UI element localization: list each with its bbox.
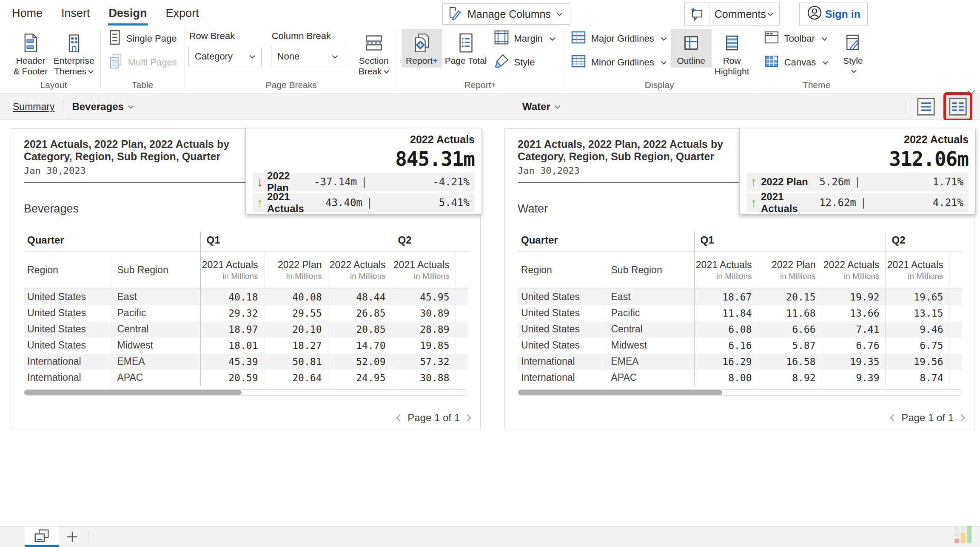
tab-home[interactable]: Home bbox=[12, 0, 43, 26]
theme-style-button[interactable]: Style bbox=[832, 29, 873, 76]
page-total-icon bbox=[458, 32, 474, 54]
table-row: United StatesCentral6.086.667.419.46 bbox=[518, 321, 962, 337]
row-highlight-button[interactable]: Row Highlight bbox=[712, 29, 752, 78]
value-cell: 29.55 bbox=[264, 305, 328, 321]
single-page-label: Single Page bbox=[126, 33, 177, 44]
manage-columns-button[interactable]: Manage Columns bbox=[442, 3, 570, 25]
toolbar-label: Toolbar bbox=[784, 33, 815, 44]
row-label-cell: United States bbox=[518, 337, 605, 354]
previous-page-icon[interactable] bbox=[890, 414, 897, 422]
sign-in-button[interactable]: Sign in bbox=[799, 3, 868, 26]
scrollbar-thumb[interactable] bbox=[518, 390, 722, 395]
horizontal-scrollbar[interactable] bbox=[518, 389, 962, 396]
column-header-2021-actuals[interactable]: 2021 Actualsin Millions bbox=[694, 252, 758, 289]
scrollbar-thumb[interactable] bbox=[24, 390, 242, 395]
summary-link[interactable]: Summary bbox=[13, 101, 54, 113]
header-footer-button[interactable]: Header & Footer bbox=[10, 29, 51, 78]
sub-region-column-header[interactable]: Sub Region bbox=[605, 252, 694, 289]
page-tab-active[interactable] bbox=[25, 527, 59, 547]
canvas-button[interactable]: Canvas bbox=[760, 53, 833, 72]
report-card-beverages: 2021 Actuals, 2022 Plan, 2022 Actuals by… bbox=[11, 128, 481, 429]
table-row: United StatesPacific29.3229.5526.8530.89 bbox=[24, 305, 468, 321]
q2-header[interactable]: Q2 bbox=[886, 232, 962, 252]
two-column-view-button[interactable] bbox=[947, 96, 969, 117]
q1-header[interactable]: Q1 bbox=[200, 232, 392, 252]
quarter-header[interactable]: Quarter bbox=[24, 232, 200, 252]
enterprise-themes-button[interactable]: Enterprise Themes bbox=[51, 29, 97, 78]
previous-page-icon[interactable] bbox=[396, 414, 404, 422]
value-cell: 18.01 bbox=[200, 337, 264, 354]
single-column-view-button[interactable] bbox=[915, 96, 937, 117]
tab-insert[interactable]: Insert bbox=[61, 0, 90, 26]
value-cell: 11.84 bbox=[694, 305, 758, 321]
next-page-icon[interactable] bbox=[464, 414, 471, 422]
minor-gridlines-label: Minor Gridlines bbox=[591, 57, 654, 68]
column-header-2022-plan[interactable]: 2022 Planin Millions bbox=[264, 252, 328, 289]
value-cell: 6.16 bbox=[694, 337, 758, 354]
column-break-select[interactable]: None bbox=[271, 47, 344, 66]
report-title: 2021 Actuals, 2022 Plan, 2022 Actuals by… bbox=[518, 129, 749, 163]
title-rule bbox=[518, 182, 750, 183]
toolbar-button[interactable]: Toolbar bbox=[760, 29, 833, 48]
value-cell: 11.68 bbox=[758, 305, 822, 321]
row-break-select[interactable]: Category bbox=[188, 47, 262, 66]
brand-logo bbox=[953, 525, 975, 546]
region-column-header[interactable]: Region bbox=[24, 252, 111, 289]
variance-amount: 43.40m bbox=[325, 197, 362, 209]
tab-design[interactable]: Design bbox=[109, 0, 147, 26]
column-header-2022-actuals[interactable]: 2022 Actualsin Millions bbox=[822, 252, 886, 289]
page-indicator: Page 1 of 1 bbox=[901, 412, 954, 424]
outline-button[interactable]: Outline bbox=[671, 29, 712, 68]
variance-name: 2022 Plan bbox=[761, 176, 808, 188]
section-break-button[interactable]: Section Break bbox=[353, 29, 394, 78]
margin-button[interactable]: Margin bbox=[490, 29, 559, 48]
table-row: United StatesEast40.1840.0848.4445.95 bbox=[24, 289, 468, 305]
sub-region-column-header[interactable]: Sub Region bbox=[111, 252, 200, 289]
value-cell: 13.15 bbox=[886, 305, 949, 321]
major-gridlines-icon bbox=[571, 31, 586, 47]
region-column-header[interactable]: Region bbox=[518, 252, 605, 289]
clipped-column bbox=[949, 252, 962, 289]
group-layout: Header & Footer Enterprise Themes Layout bbox=[7, 26, 100, 94]
report-style-button[interactable]: Style bbox=[490, 53, 559, 72]
major-gridlines-button[interactable]: Major Gridlines bbox=[567, 29, 671, 48]
column-header-2022-plan[interactable]: 2022 Planin Millions bbox=[758, 252, 822, 289]
value-cell: 45.95 bbox=[392, 289, 456, 305]
q2-header[interactable]: Q2 bbox=[392, 232, 468, 252]
variance-amount: 12.62m bbox=[819, 197, 856, 209]
column-header-2021-actuals[interactable]: 2021 Actualsin Millions bbox=[200, 252, 264, 289]
clipped-cell bbox=[456, 305, 468, 321]
kpi-card[interactable]: 2022 Actuals 845.31m ↓ 2022 Plan -37.14m… bbox=[245, 128, 482, 215]
row-label-cell: United States bbox=[24, 305, 111, 321]
minor-gridlines-button[interactable]: Minor Gridlines bbox=[567, 53, 671, 72]
column-header-q2-2021-actuals[interactable]: 2021 Actualsin Millions bbox=[392, 252, 456, 289]
section-beverages-dropdown[interactable]: Beverages bbox=[72, 101, 133, 113]
kpi-card[interactable]: 2022 Actuals 312.06m ↑ 2022 Plan 5.26m |… bbox=[739, 128, 976, 215]
report-plus-button[interactable]: Report+ bbox=[402, 29, 442, 68]
chevron-down-icon bbox=[332, 53, 338, 59]
group-label-theme: Theme bbox=[760, 79, 874, 94]
kpi-variance-row: ↑ 2021 Actuals 12.62m | 4.21% bbox=[746, 193, 969, 212]
comments-button[interactable]: Comments bbox=[684, 3, 780, 26]
add-page-button[interactable] bbox=[59, 527, 86, 547]
group-label-page-breaks: Page Breaks bbox=[188, 79, 394, 94]
page-total-button[interactable]: Page Total bbox=[442, 29, 490, 68]
column-header-2022-actuals[interactable]: 2022 Actualsin Millions bbox=[328, 252, 392, 289]
style-brush-icon bbox=[494, 54, 509, 71]
manage-columns-icon bbox=[447, 5, 463, 23]
horizontal-scrollbar[interactable] bbox=[24, 389, 468, 396]
single-page-button[interactable]: Single Page bbox=[104, 29, 181, 48]
table-row: InternationalEMEA45.3950.8152.0957.32 bbox=[24, 354, 468, 370]
clipped-column bbox=[456, 252, 468, 289]
tab-export[interactable]: Export bbox=[166, 0, 199, 26]
section-water-dropdown[interactable]: Water bbox=[522, 101, 560, 113]
column-header-q2-2021-actuals[interactable]: 2021 Actualsin Millions bbox=[886, 252, 949, 289]
value-cell: 18.27 bbox=[264, 337, 328, 354]
group-label-display: Display bbox=[567, 79, 752, 94]
quarter-header[interactable]: Quarter bbox=[518, 232, 694, 252]
kpi-value: 845.31m bbox=[253, 147, 475, 170]
multi-pages-button[interactable]: Multi Pages bbox=[104, 53, 181, 72]
theme-style-icon bbox=[845, 32, 860, 54]
next-page-icon[interactable] bbox=[958, 414, 965, 422]
q1-header[interactable]: Q1 bbox=[694, 232, 886, 252]
